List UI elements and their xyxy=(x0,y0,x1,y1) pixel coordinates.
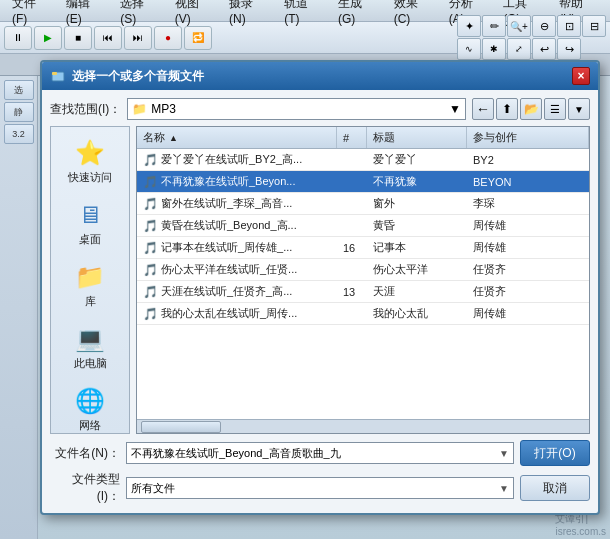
pause-button[interactable]: ⏸ xyxy=(4,26,32,50)
file-list: 名称▲ # 标题 参与创作 🎵 爱丫爱丫在线试听_BY2_高... 爱丫爱丫 B… xyxy=(136,126,590,434)
filename-dropdown-arrow: ▼ xyxy=(499,448,509,459)
network-icon: 🌐 xyxy=(75,387,105,415)
location-label: 查找范围(I)： xyxy=(50,101,121,118)
this-pc-label: 此电脑 xyxy=(74,356,107,371)
file-name: 爱丫爱丫在线试听_BY2_高... xyxy=(161,152,302,167)
filetype-value: 所有文件 xyxy=(131,481,499,496)
file-icon: 🎵 xyxy=(143,197,158,211)
sidebar-btn-1[interactable]: 选 xyxy=(4,80,34,100)
zoom-in-btn[interactable]: 🔍+ xyxy=(507,15,531,37)
horizontal-scrollbar[interactable] xyxy=(137,419,589,433)
nav-back-button[interactable]: ← xyxy=(472,98,494,120)
next-button[interactable]: ⏭ xyxy=(124,26,152,50)
file-name: 窗外在线试听_李琛_高音... xyxy=(161,196,292,211)
loop-button[interactable]: 🔁 xyxy=(184,26,212,50)
file-dialog: 选择一个或多个音频文件 × 查找范围(I)： 📁 MP3 ▼ ← ⬆ 📂 ☰ ▼ xyxy=(40,60,600,515)
menu-capture[interactable]: 摄录(N) xyxy=(221,0,276,28)
file-title: 窗外 xyxy=(367,196,467,211)
file-contrib: 周传雄 xyxy=(467,240,589,255)
menu-track[interactable]: 轨道(T) xyxy=(276,0,330,28)
menu-generate[interactable]: 生成(G) xyxy=(330,0,386,28)
redo-btn[interactable]: ↪ xyxy=(557,38,581,60)
folder-icon: 📁 xyxy=(132,102,147,116)
table-row[interactable]: 🎵 黄昏在线试听_Beyond_高... 黄昏 周传雄 xyxy=(137,215,589,237)
nav-quick-access[interactable]: ⭐ 快速访问 xyxy=(55,135,125,189)
prev-button[interactable]: ⏮ xyxy=(94,26,122,50)
file-title: 不再犹豫 xyxy=(367,174,467,189)
nav-network[interactable]: 🌐 网络 xyxy=(55,383,125,437)
play-button[interactable]: ▶ xyxy=(34,26,62,50)
zoom-fit-btn[interactable]: ⊡ xyxy=(557,15,581,37)
svg-rect-1 xyxy=(52,72,57,75)
undo-btn[interactable]: ↩ xyxy=(532,38,556,60)
file-contrib: 周传雄 xyxy=(467,218,589,233)
table-row[interactable]: 🎵 天涯在线试听_任贤齐_高... 13 天涯 任贤齐 xyxy=(137,281,589,303)
col-header-name[interactable]: 名称▲ xyxy=(137,127,337,148)
quick-access-icon: ⭐ xyxy=(75,139,105,167)
file-icon: 🎵 xyxy=(143,241,158,255)
tool-b[interactable]: ✱ xyxy=(482,38,506,60)
filename-input[interactable]: 不再犹豫在线试听_Beyond_高音质歌曲_九 ▼ xyxy=(126,442,514,464)
table-row[interactable]: 🎵 爱丫爱丫在线试听_BY2_高... 爱丫爱丫 BY2 xyxy=(137,149,589,171)
location-dropdown[interactable]: 📁 MP3 ▼ xyxy=(127,98,466,120)
nav-desktop[interactable]: 🖥 桌面 xyxy=(55,197,125,251)
open-button[interactable]: 打开(O) xyxy=(520,440,590,466)
col-header-contrib[interactable]: 参与创作 xyxy=(467,127,589,148)
cursor-tool[interactable]: ✦ xyxy=(457,15,481,37)
col-header-num[interactable]: # xyxy=(337,127,367,148)
menu-view[interactable]: 视图(V) xyxy=(167,0,221,28)
scrollbar-thumb[interactable] xyxy=(141,421,221,433)
dropdown-arrow-icon: ▼ xyxy=(449,102,461,116)
pencil-tool[interactable]: ✏ xyxy=(482,15,506,37)
sidebar-btn-2[interactable]: 静 xyxy=(4,102,34,122)
nav-view-arrow-button[interactable]: ▼ xyxy=(568,98,590,120)
zoom-sel-btn[interactable]: ⊟ xyxy=(582,15,606,37)
record-button[interactable]: ● xyxy=(154,26,182,50)
menu-select[interactable]: 选择(S) xyxy=(112,0,166,28)
nav-new-folder-button[interactable]: 📂 xyxy=(520,98,542,120)
tool-a[interactable]: ∿ xyxy=(457,38,481,60)
file-name: 黄昏在线试听_Beyond_高... xyxy=(161,218,297,233)
stop-button[interactable]: ■ xyxy=(64,26,92,50)
file-icon: 🎵 xyxy=(143,285,158,299)
table-row[interactable]: 🎵 不再犹豫在线试听_Beyon... 不再犹豫 BEYON xyxy=(137,171,589,193)
zoom-out-btn[interactable]: ⊖ xyxy=(532,15,556,37)
filetype-dropdown-arrow: ▼ xyxy=(499,483,509,494)
dialog-close-button[interactable]: × xyxy=(572,67,590,85)
col-header-title[interactable]: 标题 xyxy=(367,127,467,148)
quick-access-label: 快速访问 xyxy=(68,170,112,185)
nav-view-button[interactable]: ☰ xyxy=(544,98,566,120)
nav-up-button[interactable]: ⬆ xyxy=(496,98,518,120)
nav-library[interactable]: 📁 库 xyxy=(55,259,125,313)
table-row[interactable]: 🎵 记事本在线试听_周传雄_... 16 记事本 周传雄 xyxy=(137,237,589,259)
filetype-input[interactable]: 所有文件 ▼ xyxy=(126,477,514,499)
sidebar-btn-3[interactable]: 3.2 xyxy=(4,124,34,144)
file-list-header: 名称▲ # 标题 参与创作 xyxy=(137,127,589,149)
file-icon: 🎵 xyxy=(143,153,158,167)
file-list-body: 🎵 爱丫爱丫在线试听_BY2_高... 爱丫爱丫 BY2 🎵 不再犹豫在线试听_… xyxy=(137,149,589,419)
desktop-label: 桌面 xyxy=(79,232,101,247)
watermark-line2: isres.com.s xyxy=(555,526,606,537)
file-contrib: BEYON xyxy=(467,176,589,188)
table-row[interactable]: 🎵 我的心太乱在线试听_周传... 我的心太乱 周传雄 xyxy=(137,303,589,325)
app-background: 文件(F) 编辑(E) 选择(S) 视图(V) 摄录(N) 轨道(T) 生成(G… xyxy=(0,0,610,539)
location-value: MP3 xyxy=(151,102,445,116)
table-row[interactable]: 🎵 伤心太平洋在线试听_任贤... 伤心太平洋 任贤齐 xyxy=(137,259,589,281)
this-pc-icon: 💻 xyxy=(75,325,105,353)
file-contrib: BY2 xyxy=(467,154,589,166)
filename-value: 不再犹豫在线试听_Beyond_高音质歌曲_九 xyxy=(131,446,499,461)
table-row[interactable]: 🎵 窗外在线试听_李琛_高音... 窗外 李琛 xyxy=(137,193,589,215)
menu-effects[interactable]: 效果(C) xyxy=(386,0,441,28)
filetype-row: 文件类型(I)： 所有文件 ▼ 取消 xyxy=(50,471,590,505)
filename-label: 文件名(N)： xyxy=(50,445,120,462)
file-icon: 🎵 xyxy=(143,175,158,189)
file-name: 记事本在线试听_周传雄_... xyxy=(161,240,292,255)
menu-file[interactable]: 文件(F) xyxy=(4,0,58,28)
nav-this-pc[interactable]: 💻 此电脑 xyxy=(55,321,125,375)
menu-edit[interactable]: 编辑(E) xyxy=(58,0,112,28)
cancel-button[interactable]: 取消 xyxy=(520,475,590,501)
file-name: 天涯在线试听_任贤齐_高... xyxy=(161,284,292,299)
filename-row: 文件名(N)： 不再犹豫在线试听_Beyond_高音质歌曲_九 ▼ 打开(O) xyxy=(50,440,590,466)
tool-c[interactable]: ⤢ xyxy=(507,38,531,60)
file-icon: 🎵 xyxy=(143,263,158,277)
